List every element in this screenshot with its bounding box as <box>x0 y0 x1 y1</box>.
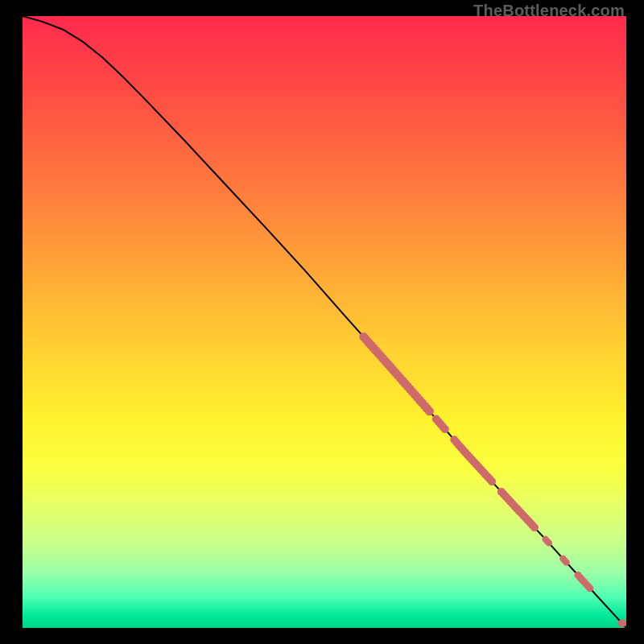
data-marker <box>546 540 552 547</box>
data-marker <box>488 477 496 485</box>
data-marker <box>586 584 593 592</box>
data-marker <box>564 559 570 566</box>
plot-area <box>23 16 626 628</box>
chart-svg <box>23 16 626 628</box>
curve-layer <box>23 16 626 628</box>
data-marker <box>618 619 626 627</box>
chart-container: TheBottleneck.com <box>0 0 644 644</box>
watermark-text: TheBottleneck.com <box>473 2 625 20</box>
data-marker <box>425 407 434 415</box>
data-marker <box>441 425 449 433</box>
marker-layer <box>359 332 626 627</box>
curve-path <box>23 16 626 628</box>
data-marker <box>530 523 539 531</box>
